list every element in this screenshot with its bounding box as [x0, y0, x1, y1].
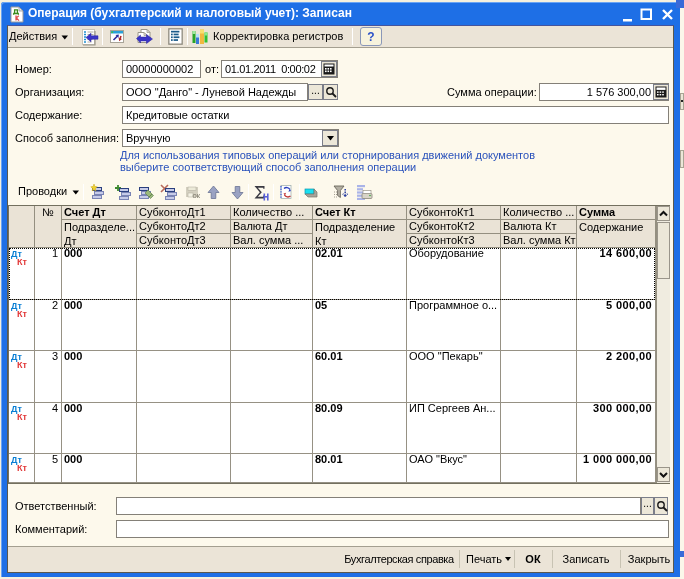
svg-text:ОК: ОК	[193, 193, 201, 199]
